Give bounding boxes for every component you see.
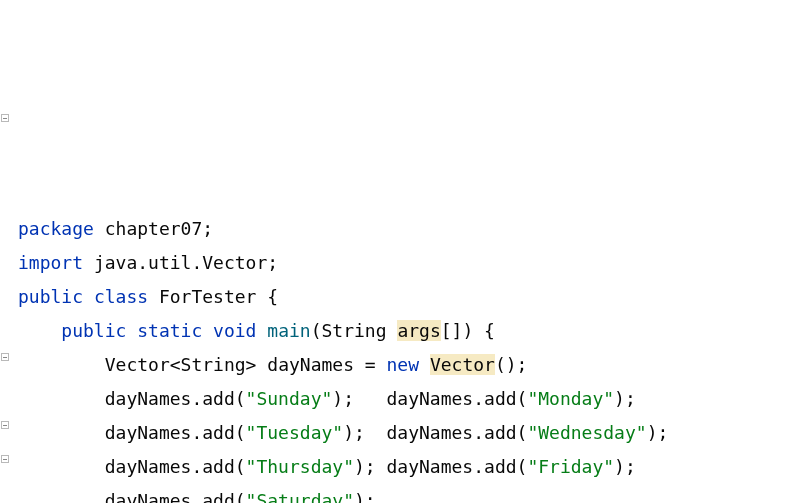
string-tuesday: "Tuesday" xyxy=(246,422,344,443)
var-daynames: dayNames xyxy=(105,490,192,503)
type-vector: Vector xyxy=(105,354,170,375)
string-sunday: "Sunday" xyxy=(246,388,333,409)
var-daynames: dayNames xyxy=(387,456,474,477)
param-name-highlighted: args xyxy=(397,320,440,341)
method-add: add xyxy=(484,456,517,477)
var-daynames: dayNames xyxy=(387,422,474,443)
var-daynames: dayNames xyxy=(387,388,474,409)
keyword-public: public xyxy=(18,286,83,307)
fold-marker[interactable] xyxy=(1,114,9,122)
string-thursday: "Thursday" xyxy=(246,456,354,477)
code-editor[interactable]: package chapter07; import java.util.Vect… xyxy=(8,212,804,503)
import-path: java.util.Vector xyxy=(94,252,267,273)
var-daynames: dayNames xyxy=(105,456,192,477)
type-vector-highlighted: Vector xyxy=(430,354,495,375)
var-daynames: dayNames xyxy=(105,388,192,409)
keyword-import: import xyxy=(18,252,83,273)
generic-type: String xyxy=(181,354,246,375)
method-add: add xyxy=(202,456,235,477)
keyword-static: static xyxy=(137,320,202,341)
keyword-package: package xyxy=(18,218,94,239)
string-wednesday: "Wednesday" xyxy=(527,422,646,443)
keyword-class: class xyxy=(94,286,148,307)
var-daynames: dayNames xyxy=(105,422,192,443)
method-add: add xyxy=(202,388,235,409)
method-add: add xyxy=(202,422,235,443)
string-friday: "Friday" xyxy=(527,456,614,477)
method-add: add xyxy=(202,490,235,503)
param-type: String xyxy=(322,320,387,341)
string-monday: "Monday" xyxy=(527,388,614,409)
method-add: add xyxy=(484,388,517,409)
keyword-void: void xyxy=(213,320,256,341)
method-add: add xyxy=(484,422,517,443)
string-saturday: "Saturday" xyxy=(246,490,354,503)
package-name: chapter07 xyxy=(105,218,203,239)
method-main: main xyxy=(267,320,310,341)
keyword-public: public xyxy=(61,320,126,341)
keyword-new: new xyxy=(387,354,420,375)
class-name: ForTester xyxy=(159,286,257,307)
var-daynames: dayNames xyxy=(267,354,354,375)
